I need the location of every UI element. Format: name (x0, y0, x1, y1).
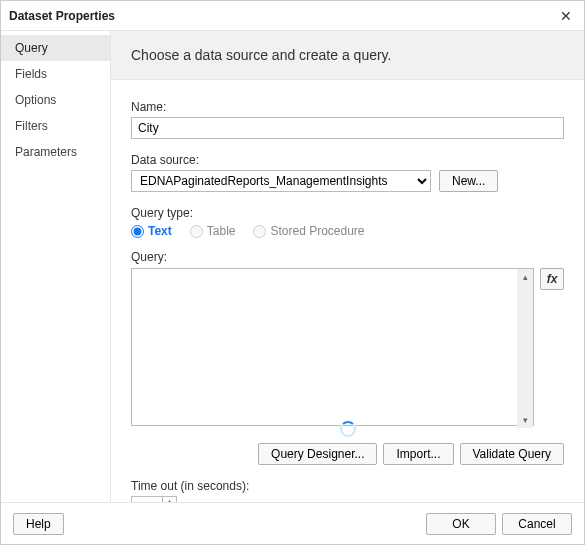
sidebar-item-parameters[interactable]: Parameters (1, 139, 110, 165)
sidebar-item-filters[interactable]: Filters (1, 113, 110, 139)
main-panel: Choose a data source and create a query.… (111, 31, 584, 502)
ok-button[interactable]: OK (426, 513, 496, 535)
sidebar-item-fields[interactable]: Fields (1, 61, 110, 87)
radio-label: Stored Procedure (270, 224, 364, 238)
query-designer-button[interactable]: Query Designer... (258, 443, 377, 465)
sidebar-item-label: Options (15, 93, 56, 107)
query-buttons: Query Designer... Import... Validate Que… (131, 443, 564, 465)
titlebar: Dataset Properties ✕ (1, 1, 584, 31)
sidebar: Query Fields Options Filters Parameters (1, 31, 111, 502)
close-icon[interactable]: ✕ (556, 6, 576, 26)
form-area: Name: Data source: EDNAPaginatedReports_… (111, 80, 584, 502)
querytype-table[interactable]: Table (190, 224, 236, 238)
new-datasource-button[interactable]: New... (439, 170, 498, 192)
cancel-button[interactable]: Cancel (502, 513, 572, 535)
expression-button[interactable]: fx (540, 268, 564, 290)
query-block: ▴ ▾ fx (131, 268, 564, 429)
help-button[interactable]: Help (13, 513, 64, 535)
radio-label: Text (148, 224, 172, 238)
datasource-select[interactable]: EDNAPaginatedReports_ManagementInsights (131, 170, 431, 192)
radio-label: Table (207, 224, 236, 238)
scroll-up-icon[interactable]: ▴ (517, 269, 533, 285)
timeout-label: Time out (in seconds): (131, 479, 564, 493)
footer: Help OK Cancel (1, 502, 584, 544)
content-area: Query Fields Options Filters Parameters … (1, 31, 584, 502)
querytype-label: Query type: (131, 206, 564, 220)
page-heading: Choose a data source and create a query. (111, 31, 584, 80)
import-button[interactable]: Import... (383, 443, 453, 465)
sidebar-item-options[interactable]: Options (1, 87, 110, 113)
window-title: Dataset Properties (9, 9, 556, 23)
timeout-row: Time out (in seconds): ▲ ▼ (131, 479, 564, 502)
scroll-down-icon[interactable]: ▾ (517, 412, 533, 428)
scrollbar[interactable]: ▴ ▾ (517, 269, 533, 428)
sidebar-item-query[interactable]: Query (1, 35, 110, 61)
radio-text-input[interactable] (131, 225, 144, 238)
query-textarea[interactable] (131, 268, 534, 426)
radio-table-input[interactable] (190, 225, 203, 238)
query-label: Query: (131, 250, 564, 264)
sidebar-item-label: Filters (15, 119, 48, 133)
querytype-group: Text Table Stored Procedure (131, 224, 564, 238)
name-field[interactable] (131, 117, 564, 139)
querytype-stored[interactable]: Stored Procedure (253, 224, 364, 238)
name-label: Name: (131, 100, 564, 114)
dataset-properties-dialog: Dataset Properties ✕ Query Fields Option… (0, 0, 585, 545)
loading-spinner-icon (340, 421, 356, 437)
querytype-text[interactable]: Text (131, 224, 172, 238)
radio-stored-input[interactable] (253, 225, 266, 238)
validate-query-button[interactable]: Validate Query (460, 443, 565, 465)
sidebar-item-label: Fields (15, 67, 47, 81)
sidebar-item-label: Query (15, 41, 48, 55)
datasource-label: Data source: (131, 153, 564, 167)
scroll-track[interactable] (517, 285, 533, 412)
sidebar-item-label: Parameters (15, 145, 77, 159)
